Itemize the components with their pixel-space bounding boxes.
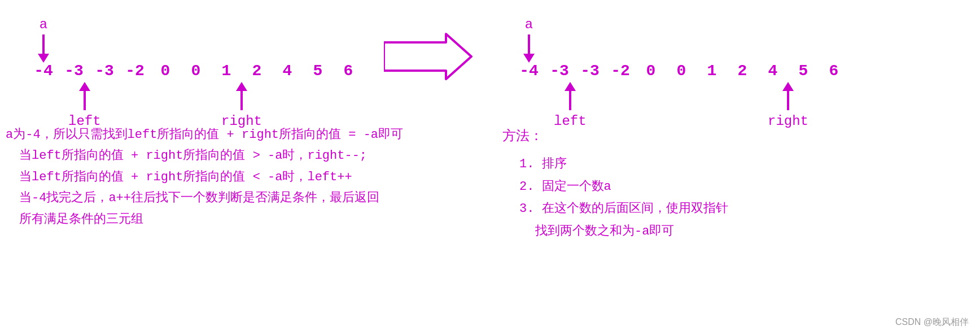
right-left-pointer: left xyxy=(554,82,587,129)
watermark: CSDN @晚风相伴 xyxy=(895,316,969,328)
right-num-0: -4 xyxy=(514,62,544,80)
right-number-line-area: a -4 -3 -3 -2 0 0 1 2 4 5 6 xyxy=(502,17,963,130)
right-a-arrow: a xyxy=(523,17,535,63)
right-num-6: 1 xyxy=(697,62,727,80)
left-number-line: -4 -3 -3 -2 0 0 1 2 4 5 6 xyxy=(28,62,364,80)
right-left-arrowhead xyxy=(565,82,576,91)
left-num-6: 1 xyxy=(211,62,242,80)
right-right-arrowhead xyxy=(782,82,794,91)
right-num-1: -3 xyxy=(544,62,575,80)
desc-line-0: a为-4，所以只需找到left所指向的值 + right所指向的值 = -a即可 xyxy=(6,124,403,145)
left-a-arrowhead xyxy=(38,54,49,63)
left-num-0: -4 xyxy=(28,62,59,80)
left-num-8: 4 xyxy=(272,62,303,80)
left-num-4: 0 xyxy=(150,62,181,80)
left-right-pointer: right xyxy=(221,82,262,129)
left-num-2: -3 xyxy=(89,62,120,80)
method-item-0: 1. 排序 xyxy=(502,153,728,176)
desc-line-4: 所有满足条件的三元组 xyxy=(6,209,403,230)
left-num-9: 5 xyxy=(303,62,333,80)
right-num-4: 0 xyxy=(636,62,666,80)
left-left-pointer: left xyxy=(68,82,101,129)
right-right-label: right xyxy=(768,114,808,129)
method-title: 方法： xyxy=(502,124,728,149)
right-a-shaft xyxy=(528,34,530,54)
left-left-arrowhead xyxy=(79,82,90,91)
left-description: a为-4，所以只需找到left所指向的值 + right所指向的值 = -a即可… xyxy=(6,124,403,230)
left-num-7: 2 xyxy=(242,62,272,80)
right-number-line: -4 -3 -3 -2 0 0 1 2 4 5 6 xyxy=(514,62,849,80)
transition-arrow xyxy=(384,31,474,82)
right-right-shaft xyxy=(787,91,789,110)
left-left-shaft xyxy=(84,91,86,110)
right-a-label: a xyxy=(525,17,533,32)
left-num-3: -2 xyxy=(120,62,150,80)
desc-line-2: 当left所指向的值 + right所指向的值 < -a时，left++ xyxy=(6,167,403,188)
right-a-arrowhead xyxy=(523,54,535,63)
desc-line-1: 当left所指向的值 + right所指向的值 > -a时，right--; xyxy=(6,145,403,166)
svg-marker-0 xyxy=(384,34,471,79)
method-section: 方法： 1. 排序 2. 固定一个数a 3. 在这个数的后面区间，使用双指针 找… xyxy=(502,124,728,243)
desc-line-3: 当-4找完之后，a++往后找下一个数判断是否满足条件，最后返回 xyxy=(6,188,403,209)
method-item-3: 找到两个数之和为-a即可 xyxy=(502,220,728,243)
left-right-arrowhead xyxy=(236,82,247,91)
left-num-10: 6 xyxy=(333,62,364,80)
left-a-shaft xyxy=(42,34,45,54)
right-left-shaft xyxy=(569,91,571,110)
right-right-pointer: right xyxy=(768,82,808,129)
right-num-7: 2 xyxy=(727,62,758,80)
main-container: a -4 -3 -3 -2 0 0 1 2 4 5 6 xyxy=(0,0,980,334)
left-right-shaft xyxy=(240,91,243,110)
right-num-9: 5 xyxy=(788,62,819,80)
right-num-3: -2 xyxy=(605,62,636,80)
left-num-5: 0 xyxy=(181,62,211,80)
right-num-10: 6 xyxy=(819,62,849,80)
right-panel: a -4 -3 -3 -2 0 0 1 2 4 5 6 xyxy=(485,0,980,334)
left-panel: a -4 -3 -3 -2 0 0 1 2 4 5 6 xyxy=(0,0,485,334)
right-num-8: 4 xyxy=(758,62,788,80)
method-item-2: 3. 在这个数的后面区间，使用双指针 xyxy=(502,198,728,220)
left-num-1: -3 xyxy=(59,62,89,80)
left-a-arrow: a xyxy=(38,17,49,63)
left-a-label: a xyxy=(40,17,47,32)
right-num-2: -3 xyxy=(575,62,605,80)
method-item-1: 2. 固定一个数a xyxy=(502,176,728,198)
right-num-5: 0 xyxy=(666,62,697,80)
